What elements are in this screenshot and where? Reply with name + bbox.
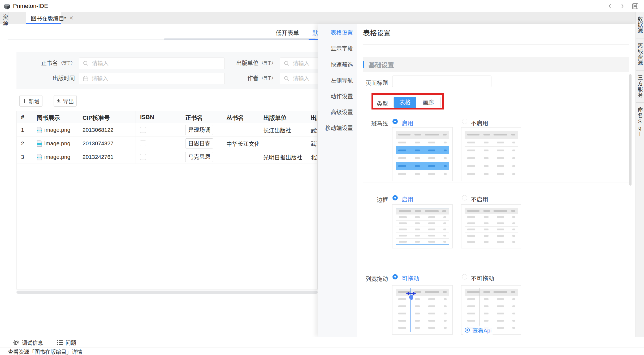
zebra-on-preview [392,127,453,181]
title-cell-box[interactable]: 日思日睿 [185,138,213,148]
border-enable-radio[interactable] [392,195,398,200]
horizontal-scrollbar-thumb[interactable] [164,38,316,40]
nav-back-icon[interactable] [606,3,613,10]
search-panel: 正书名 〈等于〉 出版单位 〈等于〉 出版时间 [16,52,318,89]
rail-item-third-party-services[interactable]: 三方服务 [636,71,644,103]
col-place[interactable]: 出版 [306,111,318,123]
nav-advanced-settings[interactable]: 高级设置 [318,108,353,116]
view-api-link[interactable]: 查看Api [463,326,493,335]
view-tab-underline [309,39,318,40]
left-rail-resources[interactable]: 资源 [1,14,9,27]
field-label-publish-date: 出版时间 [53,74,75,82]
panel-scrollbar-thumb[interactable] [629,74,632,186]
col-series[interactable]: 丛书名 [222,111,259,123]
drag-enable-label[interactable]: 可拖动 [402,274,419,282]
title-bar: Primeton-IDE [0,0,644,12]
col-cip[interactable]: CIP核准号 [78,111,136,123]
rail-item-offline-resources[interactable]: 离线资源 [636,38,644,71]
publish-date-input[interactable] [79,73,225,84]
page-title-input[interactable] [392,76,491,87]
field-label-author: 作者 〈等于〉 [247,74,275,82]
nav-display-fields[interactable]: 显示字段 [318,44,353,52]
isbn-checkbox[interactable] [140,154,146,160]
book-title-input[interactable] [79,58,225,69]
col-title[interactable]: 正书名 [181,111,222,123]
editor-tab-active[interactable]: 图书在版编目* ✕ [26,12,61,24]
problems-button[interactable]: 问题 [57,339,76,347]
zebra-label: 斑马线 [359,119,388,127]
debug-info-button[interactable]: 调试信息 [13,339,43,347]
col-index[interactable]: # [17,111,32,123]
image-filename[interactable]: image.png [44,154,70,160]
table-row[interactable]: 1 image.png 2013068122 异现场调 长江出版社 武汉 [17,123,318,137]
status-text: 查看资源「图书在版编目」详情 [8,348,82,355]
drag-disable-label[interactable]: 不可拖动 [471,274,494,282]
settings-main: 表格设置 基础设置 页面标题 类型 表格 画廊 斑马线 启用 不启用 [357,24,636,337]
bottom-bar: 调试信息 问题 [0,337,644,348]
type-option-table[interactable]: 表格 [394,97,416,108]
title-cell-box[interactable]: 异现场调 [185,125,213,135]
section-accent-bar [363,61,364,68]
add-button[interactable]: 新增 [19,95,42,107]
drag-enable-radio[interactable] [392,274,398,279]
divider [363,182,629,182]
settings-nav: 表格设置 显示字段 快速筛选 左侧导航 动作设置 高级设置 移动端设置 [318,24,357,337]
zebra-disable-radio[interactable] [462,119,467,124]
table-row[interactable]: 3 image.png 2013242761 马克思恩 光明日报出版社 北京 [17,150,318,164]
publisher-input[interactable] [280,58,318,69]
export-button[interactable]: 导出 [54,95,77,107]
table-row[interactable]: 2 image.png 2013074327 日思日睿 中华长江文化 武汉 [17,137,318,150]
app-window: Primeton-IDE [0,0,644,355]
editor-tab-label: 图书在版编目* [31,14,66,22]
col-isbn[interactable]: ISBN [136,111,181,123]
calendar-icon [83,76,88,81]
table-horizontal-scrollbar[interactable] [16,291,318,294]
nav-mobile-settings[interactable]: 移动端设置 [318,124,353,132]
border-enable-label[interactable]: 启用 [402,195,413,203]
search-icon [284,60,289,66]
author-input[interactable] [280,73,318,84]
drag-disable-radio[interactable] [462,274,467,279]
nav-quick-filter[interactable]: 快速筛选 [318,60,353,68]
isbn-checkbox[interactable] [140,141,146,146]
border-disable-label[interactable]: 不启用 [471,195,488,203]
left-rail: 资源 [0,12,8,348]
field-label-book-title: 正书名 〈等于〉 [41,59,75,67]
image-file-icon [37,127,42,133]
zebra-off-preview [461,127,521,181]
col-book-image[interactable]: 图书展示 [32,111,78,123]
view-tab-lowcode-form[interactable]: 低开表单 [276,28,299,37]
status-bar: 查看资源「图书在版编目」详情 [0,348,644,355]
app-logo-icon [3,3,11,10]
border-on-preview [392,204,453,248]
rail-item-datasource[interactable]: 数据源 [636,12,644,38]
drag-on-preview [392,285,453,335]
zebra-enable-radio[interactable] [392,119,398,124]
save-icon[interactable] [632,3,639,10]
plus-icon [22,99,27,103]
title-cell-box[interactable]: 马克思恩 [185,152,213,162]
table-header-row: # 图书展示 CIP核准号 ISBN 正书名 丛书名 出版单位 出版 [17,111,318,123]
image-filename[interactable]: image.png [44,127,70,133]
image-filename[interactable]: image.png [44,140,70,147]
nav-table-settings[interactable]: 表格设置 [318,28,353,36]
col-publisher[interactable]: 出版单位 [259,111,306,123]
rail-item-named-sql[interactable]: 命名Sql [636,103,644,142]
view-tab-default-view[interactable]: 默 [312,28,318,37]
nav-action-settings[interactable]: 动作设置 [318,92,353,100]
field-label-publisher: 出版单位 〈等于〉 [236,59,275,67]
settings-title: 表格设置 [363,28,391,37]
search-icon [83,60,89,66]
type-label: 类型 [359,99,388,107]
nav-forward-icon[interactable] [619,3,626,10]
isbn-checkbox[interactable] [140,127,146,133]
app-title: Primeton-IDE [13,3,48,10]
zebra-disable-label[interactable]: 不启用 [471,118,488,127]
type-option-gallery[interactable]: 画廊 [416,97,440,108]
zebra-enable-label[interactable]: 启用 [402,118,413,127]
tab-close-icon[interactable]: ✕ [69,15,74,21]
right-rail: 数据源 离线资源 三方服务 命名Sql [636,12,644,348]
border-disable-radio[interactable] [462,195,467,200]
page-title-label: 页面标题 [359,78,388,86]
nav-left-navigation[interactable]: 左侧导航 [318,76,353,84]
